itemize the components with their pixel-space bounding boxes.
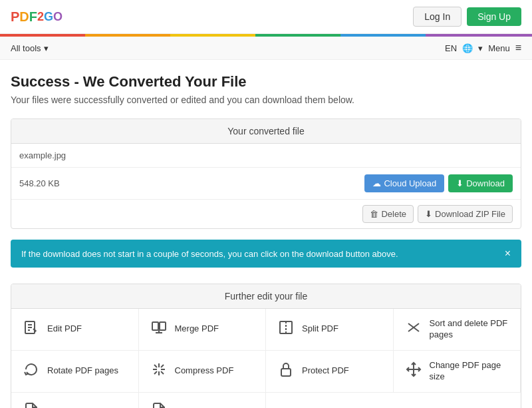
page-title: Success - We Converted Your File <box>11 73 521 91</box>
delete-label: Delete <box>381 209 406 219</box>
cloud-upload-label: Cloud Upload <box>384 178 436 188</box>
zip-icon: ⬇ <box>425 209 432 219</box>
menu-label[interactable]: Menu <box>488 43 510 53</box>
globe-icon: 🌐 <box>462 43 473 53</box>
tool-rotate[interactable]: Rotate PDF pages <box>11 351 139 393</box>
page-size-icon <box>404 361 423 381</box>
toolbar-right: EN 🌐 ▾ Menu ≡ <box>445 42 521 54</box>
file-actions-row: 548.20 KB ☁ Cloud Upload ⬇ Download <box>11 168 521 200</box>
compress-icon <box>150 361 168 381</box>
lang-label: EN <box>445 43 457 53</box>
file-action-buttons: ☁ Cloud Upload ⬇ Download <box>364 174 513 192</box>
download-label: Download <box>466 178 505 188</box>
menu-icon[interactable]: ≡ <box>515 42 521 54</box>
download-icon: ⬇ <box>456 178 464 188</box>
compress-label: Compress PDF <box>175 365 234 377</box>
tool-convert-from[interactable]: Convert from PDF <box>11 393 139 408</box>
download-button[interactable]: ⬇ Download <box>448 174 513 192</box>
protect-label: Protect PDF <box>302 365 349 377</box>
file-name-row: example.jpg <box>11 144 521 168</box>
file-name: example.jpg <box>19 150 66 160</box>
svg-rect-5 <box>152 322 158 330</box>
tool-split-pdf[interactable]: Split PDF <box>266 309 394 351</box>
cloud-upload-button[interactable]: ☁ Cloud Upload <box>364 174 444 192</box>
header: PDF2GO Log In Sign Up <box>0 0 532 34</box>
svg-rect-21 <box>281 369 291 376</box>
info-banner: If the download does not start in a coup… <box>11 240 521 268</box>
login-button[interactable]: Log In <box>413 7 462 27</box>
toolbar: All tools ▾ EN 🌐 ▾ Menu ≡ <box>0 37 532 60</box>
all-tools-menu[interactable]: All tools ▾ <box>11 43 49 53</box>
lang-chevron-icon: ▾ <box>478 43 483 53</box>
edit-pdf-label: Edit PDF <box>47 323 82 335</box>
all-tools-label: All tools <box>11 43 41 53</box>
tool-convert-to[interactable]: Convert to PDF <box>139 393 267 408</box>
main-content: Success - We Converted Your File Your fi… <box>0 60 532 408</box>
tool-merge-pdf[interactable]: Merge PDF <box>139 309 267 351</box>
delete-button[interactable]: 🗑 Delete <box>362 205 414 223</box>
convert-to-icon <box>150 402 168 408</box>
protect-icon <box>277 361 295 381</box>
edit-pdf-icon <box>22 319 41 339</box>
logo: PDF2GO <box>11 9 63 25</box>
rotate-icon <box>22 361 41 381</box>
secondary-actions: 🗑 Delete ⬇ Download ZIP File <box>11 200 521 228</box>
svg-line-19 <box>154 371 157 374</box>
merge-pdf-icon <box>150 319 168 339</box>
convert-from-icon <box>22 402 41 408</box>
svg-line-18 <box>161 365 164 367</box>
split-pdf-icon <box>277 319 295 339</box>
merge-pdf-label: Merge PDF <box>175 323 219 335</box>
banner-close-button[interactable]: × <box>505 248 511 260</box>
sort-delete-icon <box>404 319 423 339</box>
trash-icon: 🗑 <box>370 209 378 219</box>
sort-delete-label: Sort and delete PDF pages <box>430 318 510 341</box>
file-box: Your converted file example.jpg 548.20 K… <box>11 118 521 229</box>
tool-sort-delete[interactable]: Sort and delete PDF pages <box>394 309 521 351</box>
page-size-label: Change PDF page size <box>430 360 510 383</box>
tool-protect[interactable]: Protect PDF <box>266 351 394 393</box>
further-header: Further edit your file <box>11 284 521 309</box>
file-box-header: Your converted file <box>11 119 521 144</box>
file-size: 548.20 KB <box>19 178 60 188</box>
download-zip-button[interactable]: ⬇ Download ZIP File <box>418 205 513 223</box>
cloud-icon: ☁ <box>372 178 381 188</box>
page-subtitle: Your files were successfully converted o… <box>11 95 521 105</box>
svg-line-17 <box>154 365 157 367</box>
chevron-down-icon: ▾ <box>44 43 49 53</box>
svg-line-20 <box>161 371 164 374</box>
svg-rect-6 <box>160 322 166 330</box>
rotate-label: Rotate PDF pages <box>47 365 118 377</box>
tool-page-size[interactable]: Change PDF page size <box>394 351 521 393</box>
further-edit-box: Further edit your file Edit PDF <box>11 284 521 408</box>
signup-button[interactable]: Sign Up <box>467 7 521 26</box>
header-buttons: Log In Sign Up <box>413 7 521 27</box>
banner-message: If the download does not start in a coup… <box>21 249 398 259</box>
svg-line-4 <box>33 329 36 331</box>
tool-edit-pdf[interactable]: Edit PDF <box>11 309 139 351</box>
zip-label: Download ZIP File <box>435 209 505 219</box>
split-pdf-label: Split PDF <box>302 323 338 335</box>
tools-grid: Edit PDF Merge PDF <box>11 309 521 408</box>
tool-compress[interactable]: Compress PDF <box>139 351 267 393</box>
